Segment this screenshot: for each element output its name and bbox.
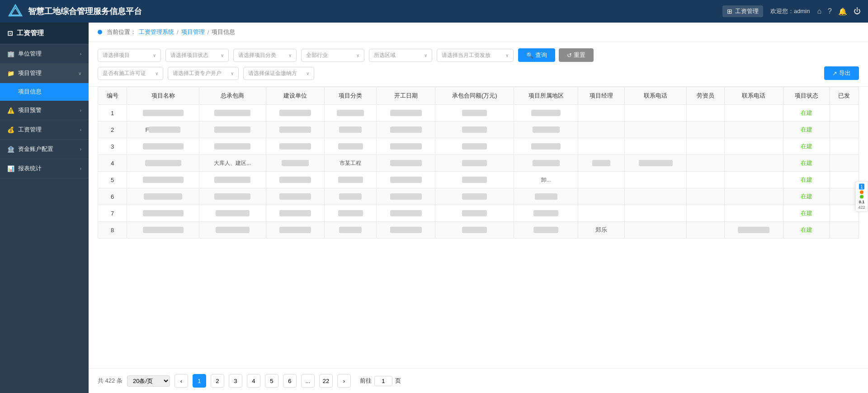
float-count-label: 422 [858,205,865,210]
salary-icon: 💰 [7,126,14,133]
filter-account-open[interactable]: 请选择工资专户开户 ∨ [168,67,239,80]
warning-icon: ⚠️ [7,107,14,114]
float-dot-green [860,195,863,199]
table-row: 6 [98,188,859,205]
reset-button[interactable]: ↺ 重置 [559,48,594,62]
page-btn-22[interactable]: 22 [319,374,333,388]
search-icon: 🔍 [526,52,533,59]
col-header-manager: 项目经理 [578,87,625,105]
filter-region[interactable]: 所选区域 ∨ [369,49,432,62]
next-page-button[interactable]: › [337,374,351,388]
prev-page-button[interactable]: ‹ [175,374,188,388]
chevron-down-account-icon: ∨ [231,71,234,76]
col-header-contractor: 总承包商 [199,87,266,105]
sidebar-title: 工资管理 [17,29,44,37]
filter-status[interactable]: 请选择项目状态 ∨ [165,49,229,62]
welcome-text: 欢迎您：admin [770,7,810,15]
status-badge: 在建 [801,159,812,166]
filter-industry-label: 全部行业 [306,51,328,59]
status-badge: 在建 [801,210,812,216]
chevron-down-industry-icon: ∨ [356,53,359,58]
logo-icon [7,3,24,19]
breadcrumb-system[interactable]: 工资管理系统 [139,28,174,36]
unit-icon: 🏢 [7,51,14,57]
col-header-no: 编号 [98,87,127,105]
module-label: 工资管理 [735,7,759,15]
float-panel: 1 0.1 422 [855,182,868,212]
col-header-contract-amount: 承包合同额(万元) [435,87,514,105]
filter-project[interactable]: 请选择项目 ∨ [98,49,161,62]
sidebar-item-unit-label: 单位管理 [18,50,42,58]
home-icon[interactable]: ⌂ [817,7,821,16]
reset-icon: ↺ [567,52,572,59]
chevron-right-warning-icon: › [80,108,81,113]
sidebar-item-report[interactable]: 📊 报表统计 › [0,159,89,178]
filter-guarantee[interactable]: 请选择保证金缴纳方 ∨ [243,67,314,80]
col-header-category: 项目分类 [325,87,377,105]
bell-icon[interactable]: 🔔 [838,7,847,16]
header-right: ⊞ 工资管理 欢迎您：admin ⌂ ? 🔔 ⏻ [722,5,861,17]
chevron-down-salary-icon: ∨ [505,53,509,58]
filter-guarantee-label: 请选择保证金缴纳方 [248,70,297,77]
goto-input[interactable] [374,376,392,386]
content: 当前位置： 工资管理系统 / 项目管理 / 项目信息 请选择项目 ∨ 请选择项目… [89,23,868,393]
goto-label: 前往 [360,377,372,385]
sidebar-header: ⊡ 工资管理 [0,23,89,44]
chevron-right-icon: › [80,51,81,56]
sidebar: ⊡ 工资管理 🏢 单位管理 › 📁 项目管理 ∨ 项目信息 ⚠️ 项目预警 [0,23,89,393]
export-button[interactable]: ↗ 导出 [824,66,859,80]
report-icon: 📊 [7,165,14,172]
sidebar-item-report-label: 报表统计 [18,164,42,173]
table-row: 1 [98,105,859,122]
header-module[interactable]: ⊞ 工资管理 [722,5,763,17]
filter-industry[interactable]: 全部行业 ∨ [301,49,364,62]
page-btn-ellipsis[interactable]: ... [301,374,315,388]
filter-salary-month-label: 请选择当月工资发放 [442,51,491,59]
sidebar-sub-label-project-info: 项目信息 [18,88,42,95]
col-header-owner: 建设单位 [266,87,325,105]
breadcrumb-module[interactable]: 项目管理 [181,28,205,36]
table-area[interactable]: 编号 项目名称 总承包商 建设单位 项目分类 开工日期 承包合同额(万元) 项目… [89,87,868,368]
sidebar-item-warning[interactable]: ⚠️ 项目预警 › [0,101,89,120]
table-row: 8 郑乐 [98,222,859,239]
sidebar-sub-item-project-info[interactable]: 项目信息 [0,83,89,101]
float-count: 0.1 [859,200,865,204]
sidebar-item-unit[interactable]: 🏢 单位管理 › [0,44,89,64]
app-title: 智慧工地综合管理服务信息平台 [28,6,142,17]
chevron-down-region-icon: ∨ [424,53,427,58]
power-icon[interactable]: ⏻ [854,7,861,16]
header-icons: ⌂ ? 🔔 ⏻ [817,7,861,16]
page-btn-3[interactable]: 3 [229,374,242,388]
page-btn-5[interactable]: 5 [265,374,278,388]
table-row: 3 [98,138,859,155]
main-layout: ⊡ 工资管理 🏢 单位管理 › 📁 项目管理 ∨ 项目信息 ⚠️ 项目预警 [0,23,868,393]
filter-buttons-row1: 🔍 查询 ↺ 重置 [518,48,594,62]
sidebar-item-account[interactable]: 🏦 资金账户配置 › [0,140,89,159]
sidebar-item-salary[interactable]: 💰 工资管理 › [0,120,89,140]
filter-category[interactable]: 请选择项目分类 ∨ [233,49,297,62]
page-btn-2[interactable]: 2 [211,374,224,388]
page-btn-4[interactable]: 4 [247,374,260,388]
header: 智慧工地综合管理服务信息平台 ⊞ 工资管理 欢迎您：admin ⌂ ? 🔔 ⏻ [0,0,868,23]
col-header-start-date: 开工日期 [377,87,435,105]
page-btn-6[interactable]: 6 [283,374,297,388]
status-badge: 在建 [801,193,812,200]
col-header-phone1: 联系电话 [625,87,687,105]
help-icon[interactable]: ? [828,7,832,16]
page-size-select[interactable]: 20条/页 [127,375,170,387]
query-button[interactable]: 🔍 查询 [518,48,555,62]
filter-category-label: 请选择项目分类 [238,51,276,59]
chevron-down-guarantee-icon: ∨ [306,71,309,76]
status-badge: 在建 [801,226,812,233]
filter-permit[interactable]: 是否有施工许可证 ∨ [98,67,163,80]
page-btn-1[interactable]: 1 [193,374,206,388]
sidebar-item-account-label: 资金账户配置 [18,145,53,153]
filter-salary-month[interactable]: 请选择当月工资发放 ∨ [437,49,514,62]
col-header-phone2: 联系电话 [724,87,783,105]
table-row: 5 卸... [98,172,859,188]
sidebar-item-project[interactable]: 📁 项目管理 ∨ [0,64,89,83]
breadcrumb: 当前位置： 工资管理系统 / 项目管理 / 项目信息 [89,23,868,42]
sidebar-item-salary-label: 工资管理 [18,126,42,134]
data-table: 编号 项目名称 总承包商 建设单位 项目分类 开工日期 承包合同额(万元) 项目… [98,87,859,239]
breadcrumb-dot [98,30,102,34]
